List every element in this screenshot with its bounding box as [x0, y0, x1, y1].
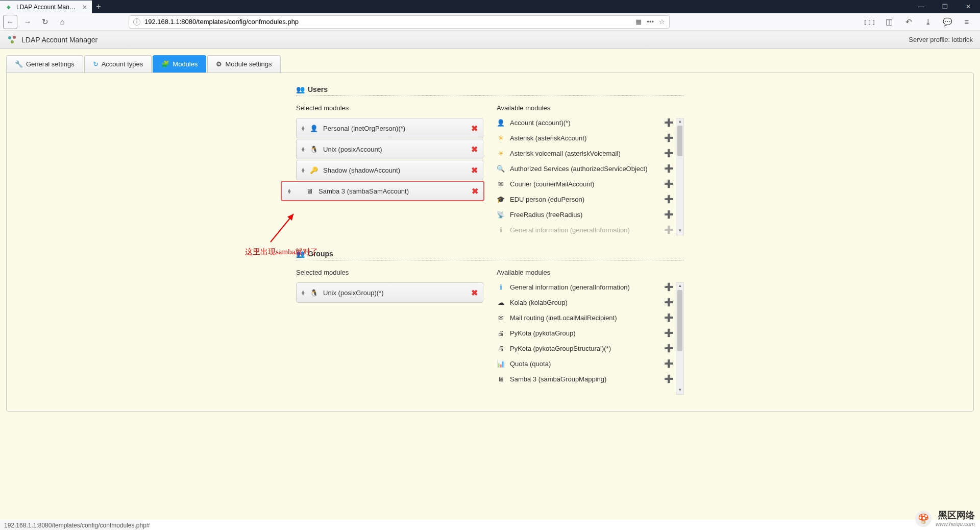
module-name: Courier (courierMailAccount): [510, 180, 659, 188]
watermark-title: 黑区网络: [936, 511, 975, 520]
selected-module-row[interactable]: ▴▾ 🐧 Unix (posixAccount) ✖: [296, 139, 483, 159]
scroll-up-icon[interactable]: ▴: [676, 283, 683, 290]
add-icon[interactable]: ➕: [664, 359, 674, 368]
close-button[interactable]: ✕: [957, 0, 980, 13]
available-module-row: ✉Courier (courierMailAccount)➕: [497, 179, 674, 188]
toolbar-right: ⫿⫿⫿ ◫ ↶ ⤓ 💬 ≡: [863, 15, 977, 29]
modules-icon: 🧩: [161, 60, 169, 68]
remove-icon[interactable]: ✖: [471, 144, 478, 154]
add-icon[interactable]: ➕: [664, 179, 674, 188]
module-icon: 🖨: [497, 345, 505, 352]
available-module-row: 🔍Authorized Services (authorizedServiceO…: [497, 164, 674, 173]
library-icon[interactable]: ⫿⫿⫿: [863, 15, 877, 29]
drag-handle-icon[interactable]: ▴▾: [302, 290, 305, 295]
available-module-row: ℹGeneral information (generalInformation…: [497, 225, 674, 234]
add-icon[interactable]: ➕: [664, 298, 674, 307]
tab-close-icon[interactable]: ×: [83, 3, 87, 11]
selected-module-row-samba[interactable]: ▴▾ 🖥 Samba 3 (sambaSamAccount) ✖: [281, 181, 484, 201]
browser-tab[interactable]: ◆ LDAP Account Manager Con ×: [0, 0, 92, 13]
svg-point-2: [11, 40, 14, 43]
available-module-row: 📡FreeRadius (freeRadius)➕: [497, 210, 674, 219]
module-name: Samba 3 (sambaGroupMapping): [510, 375, 659, 383]
scrollbar-thumb[interactable]: [677, 126, 682, 156]
section-groups: 👥 Groups Selected modules ▴▾ 🐧 Unix (pos…: [296, 250, 684, 383]
add-icon[interactable]: ➕: [664, 149, 674, 158]
remove-icon[interactable]: ✖: [471, 288, 478, 298]
users-available-col: Available modules 👤Account (account)(*)➕…: [497, 104, 684, 234]
add-icon[interactable]: ➕: [664, 210, 674, 219]
undo-icon[interactable]: ↶: [901, 15, 916, 29]
downloads-icon[interactable]: ⤓: [921, 15, 935, 29]
add-icon[interactable]: ➕: [664, 374, 674, 383]
add-icon[interactable]: ➕: [664, 118, 674, 127]
tab-general-settings[interactable]: 🔧General settings: [6, 55, 83, 73]
home-button[interactable]: ⌂: [55, 15, 69, 29]
selected-module-row[interactable]: ▴▾ 👤 Personal (inetOrgPerson)(*) ✖: [296, 118, 483, 138]
selected-module-row[interactable]: ▴▾ 🔑 Shadow (shadowAccount) ✖: [296, 160, 483, 180]
module-icon: 📡: [497, 211, 505, 219]
add-icon[interactable]: ➕: [664, 164, 674, 173]
tab-module-settings[interactable]: ⚙Module settings: [207, 55, 280, 73]
add-icon[interactable]: ➕: [664, 313, 674, 322]
drag-handle-icon[interactable]: ▴▾: [288, 188, 291, 194]
users-selected-col: Selected modules ▴▾ 👤 Personal (inetOrgP…: [296, 104, 483, 234]
add-icon[interactable]: ➕: [664, 195, 674, 204]
add-icon[interactable]: ➕: [664, 328, 674, 338]
users-title: Users: [308, 85, 328, 93]
drag-handle-icon[interactable]: ▴▾: [302, 167, 305, 173]
annotation-arrow-icon: [265, 206, 306, 247]
drag-handle-icon[interactable]: ▴▾: [302, 147, 305, 152]
watermark: 🍄 黑区网络 www.heiqu.com: [915, 511, 975, 520]
selected-modules-label: Selected modules: [296, 104, 483, 112]
add-icon[interactable]: ➕: [664, 282, 674, 292]
bookmark-star-icon[interactable]: ☆: [659, 18, 665, 26]
module-icon: 🐧: [310, 146, 318, 153]
scroll-down-icon[interactable]: ▾: [676, 228, 683, 235]
remove-icon[interactable]: ✖: [472, 186, 478, 196]
menu-icon[interactable]: ≡: [960, 15, 974, 29]
site-info-icon[interactable]: i: [133, 18, 140, 26]
scrollbar[interactable]: ▴ ▾: [676, 118, 684, 235]
selected-module-row[interactable]: ▴▾ 🐧 Unix (posixGroup)(*) ✖: [296, 282, 483, 303]
remove-icon[interactable]: ✖: [471, 165, 478, 175]
scroll-down-icon[interactable]: ▾: [676, 387, 683, 394]
tab-modules[interactable]: 🧩Modules: [153, 55, 206, 73]
available-modules-label: Available modules: [497, 104, 684, 112]
app-header: LDAP Account Manager Server profile: lot…: [0, 31, 980, 49]
scrollbar-thumb[interactable]: [677, 290, 682, 351]
minimize-button[interactable]: —: [910, 0, 933, 13]
url-bar[interactable]: i ▦ ••• ☆: [129, 15, 670, 29]
drag-handle-icon[interactable]: ▴▾: [302, 126, 305, 131]
maximize-button[interactable]: ❐: [933, 0, 957, 13]
module-name: Authorized Services (authorizedServiceOb…: [510, 165, 659, 173]
new-tab-button[interactable]: +: [92, 0, 105, 13]
add-icon[interactable]: ➕: [664, 225, 674, 234]
available-module-row: ✳Asterisk (asteriskAccount)➕: [497, 133, 674, 142]
module-icon: 🖨: [497, 329, 505, 337]
module-icon: ☁: [497, 299, 505, 306]
remove-icon[interactable]: ✖: [471, 124, 478, 133]
scrollbar[interactable]: ▴ ▾: [676, 282, 684, 395]
server-profile[interactable]: Server profile: lotbrick: [909, 36, 973, 43]
back-button[interactable]: ←: [3, 15, 17, 29]
window-controls: — ❐ ✕: [910, 0, 980, 13]
add-icon[interactable]: ➕: [664, 344, 674, 353]
qr-icon[interactable]: ▦: [635, 18, 642, 26]
available-module-row: ✉Mail routing (inetLocalMailRecipient)➕: [497, 313, 674, 322]
sidebar-icon[interactable]: ◫: [882, 15, 896, 29]
scroll-up-icon[interactable]: ▴: [676, 118, 683, 126]
available-module-row: 🖨PyKota (pykotaGroupStructural)(*)➕: [497, 344, 674, 353]
watermark-logo-icon: 🍄: [915, 511, 932, 520]
url-input[interactable]: [144, 18, 631, 26]
available-module-row: 🖥Samba 3 (sambaGroupMapping)➕: [497, 374, 674, 383]
add-icon[interactable]: ➕: [664, 133, 674, 142]
reload-button[interactable]: ↻: [38, 15, 52, 29]
module-icon: 🔍: [497, 165, 505, 173]
tab-account-types[interactable]: ↻Account types: [84, 55, 152, 73]
available-module-row: 👤Account (account)(*)➕: [497, 118, 674, 127]
module-icon: ✳: [497, 150, 505, 157]
forward-button[interactable]: →: [20, 15, 35, 29]
more-icon[interactable]: •••: [647, 18, 654, 26]
svg-point-1: [13, 36, 16, 39]
chat-icon[interactable]: 💬: [940, 15, 954, 29]
